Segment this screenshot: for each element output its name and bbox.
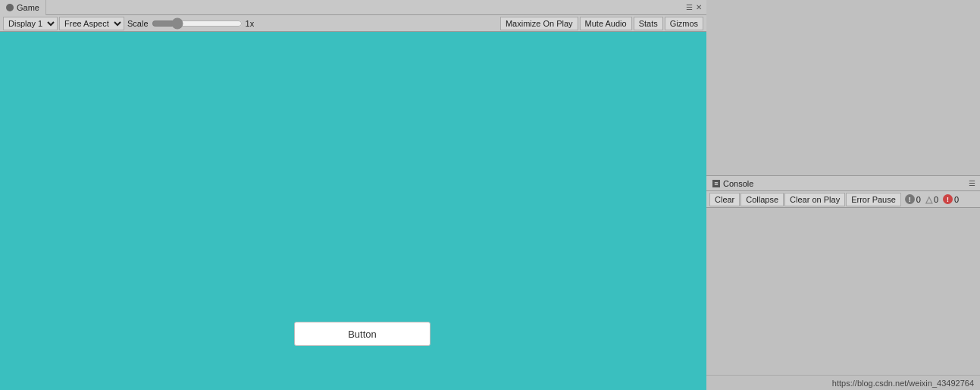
game-tab-label: Game [17,3,39,12]
stats-btn[interactable]: Stats [634,17,663,30]
watermark-url: https://blog.csdn.net/weixin_43492764 [832,379,974,388]
game-tab-icon [6,4,14,11]
mute-audio-btn[interactable]: Mute Audio [580,17,632,30]
clear-on-play-btn[interactable]: Clear on Play [784,193,845,206]
console-panel: ≡ Console ☰ Clear Collapse Clear on Play… [706,175,980,375]
error-icon: ! [943,194,953,204]
game-tab-bar: Game ☰ ✕ [0,0,706,15]
maximize-on-play-btn[interactable]: Maximize On Play [500,17,578,30]
error-count-value: 0 [954,195,959,204]
clear-btn[interactable]: Clear [709,193,740,206]
scale-label: Scale [127,19,149,28]
error-pause-btn[interactable]: Error Pause [846,193,901,206]
warn-count: △ 0 [925,194,938,205]
console-tab-icon: ≡ [712,180,720,187]
console-count-group: ! 0 △ 0 ! 0 [905,194,959,205]
console-toolbar: Clear Collapse Clear on Play Error Pause… [706,191,980,208]
console-tab-bar: ≡ Console ☰ [706,176,980,191]
game-ui-button[interactable]: Button [294,322,431,346]
top-right-area [706,0,980,175]
info-count-value: 0 [916,195,921,204]
game-tab[interactable]: Game [0,0,46,15]
collapse-btn[interactable]: Collapse [740,193,784,206]
console-panel-menu-btn[interactable]: ☰ [967,179,977,187]
console-tab-controls: ☰ [967,179,977,187]
game-toolbar: Display 1 Free Aspect Scale 1x Maximize … [0,15,706,32]
info-count: ! 0 [905,194,921,204]
watermark-bar: https://blog.csdn.net/weixin_43492764 [706,375,980,390]
console-tab[interactable]: ≡ Console [706,176,759,191]
gizmos-btn[interactable]: Gizmos [665,17,703,30]
console-tab-label: Console [723,179,753,188]
game-panel: Game ☰ ✕ Display 1 Free Aspect Scale 1x … [0,0,706,390]
game-panel-menu-btn[interactable]: ☰ [684,3,694,11]
display-select[interactable]: Display 1 [3,17,58,30]
console-content [706,208,980,375]
aspect-select[interactable]: Free Aspect [59,17,124,30]
scale-value: 1x [246,19,255,28]
error-count: ! 0 [943,194,959,204]
game-viewport: Button [0,32,706,390]
game-tab-controls: ☰ ✕ [684,3,703,11]
game-panel-close-btn[interactable]: ✕ [694,3,703,11]
warn-icon: △ [925,194,932,205]
warn-count-value: 0 [934,195,938,204]
scale-slider[interactable] [152,20,243,27]
right-panel: ≡ Console ☰ Clear Collapse Clear on Play… [706,0,980,390]
info-icon: ! [905,194,915,204]
main-layout: Game ☰ ✕ Display 1 Free Aspect Scale 1x … [0,0,980,390]
